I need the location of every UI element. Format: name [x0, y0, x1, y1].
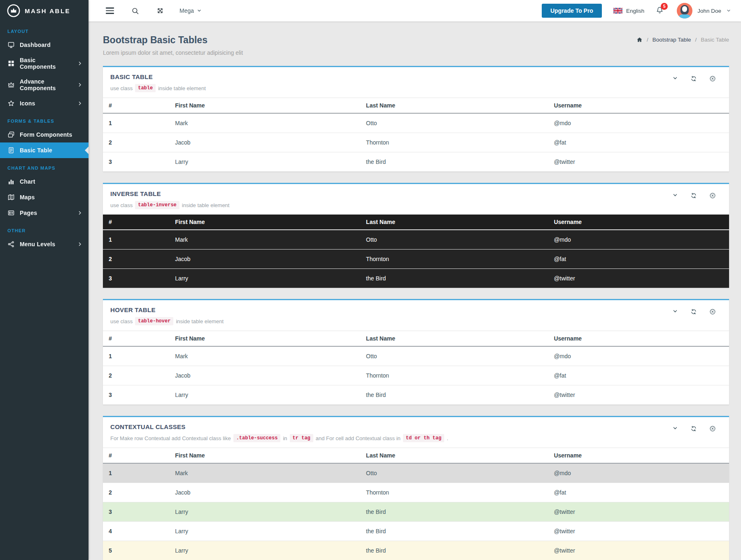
card-refresh-button[interactable] — [690, 308, 697, 315]
card-title: BASIC TABLE — [110, 73, 206, 80]
table-cell: 2 — [103, 250, 169, 269]
page-title: Bootstrap Basic Tables — [103, 35, 243, 46]
table-cell: @fat — [548, 133, 729, 152]
card-refresh-button[interactable] — [690, 192, 697, 199]
table-row[interactable]: 1MarkOtto@mdo — [103, 346, 729, 366]
menu-toggle-button[interactable] — [104, 6, 116, 16]
card-description: use classtable-hoverinside table element — [110, 317, 224, 325]
sidebar-item-advance-components[interactable]: Advance Components — [0, 74, 89, 96]
card-refresh-button[interactable] — [690, 75, 697, 82]
sidebar-section: OTHER Menu Levels — [0, 221, 89, 252]
sidebar-item-menu-levels[interactable]: Menu Levels — [0, 236, 89, 252]
notification-badge: 5 — [661, 3, 668, 10]
main-content: Bootstrap Basic Tables Lorem ipsum dolor… — [89, 0, 741, 560]
uk-flag-icon — [613, 8, 622, 14]
language-selector[interactable]: English — [613, 8, 644, 14]
table-cell: Thornton — [360, 366, 548, 385]
table-header-row: #First NameLast NameUsername — [103, 215, 729, 230]
code-snippet: table-inverse — [135, 201, 179, 209]
table-row: 4Larrythe Bird@twitter — [103, 522, 729, 541]
sidebar-item-label: Maps — [20, 194, 35, 201]
description-text: For Make row Contextual add Contextual c… — [110, 435, 231, 441]
breadcrumb-separator: / — [695, 37, 697, 43]
table-cell: the Bird — [360, 385, 548, 405]
table-cell: Larry — [169, 541, 360, 560]
table-cell: the Bird — [360, 522, 548, 541]
card-actions — [672, 306, 721, 325]
column-header-username: Username — [548, 215, 729, 230]
card-close-button[interactable] — [709, 192, 716, 199]
table-cell: Otto — [360, 113, 548, 133]
column-header-: # — [103, 448, 169, 464]
sidebar-item-pages[interactable]: Pages — [0, 205, 89, 221]
table-cell: Larry — [169, 385, 360, 405]
user-menu[interactable]: John Doe — [677, 3, 731, 19]
chevron-right-icon — [77, 100, 83, 106]
card-collapse-button[interactable] — [672, 425, 678, 431]
table-cell: Jacob — [169, 133, 360, 152]
sidebar-section-caption: OTHER — [0, 221, 89, 236]
sidebar-section-caption: FORMS & TABLES — [0, 111, 89, 127]
card-actions — [672, 73, 721, 92]
card-header: BASIC TABLE use classtableinside table e… — [103, 67, 729, 98]
code-snippet: tr tag — [290, 434, 313, 442]
column-header-: # — [103, 215, 169, 230]
card-close-button[interactable] — [709, 308, 716, 315]
card-close-button[interactable] — [709, 75, 716, 82]
avatar — [677, 3, 692, 19]
chevron-right-icon — [77, 210, 83, 216]
card-collapse-button[interactable] — [672, 75, 678, 81]
chevron-down-icon — [197, 8, 202, 13]
table-cell: @mdo — [548, 463, 729, 483]
table-row[interactable]: 3Larrythe Bird@twitter — [103, 385, 729, 405]
brand[interactable]: MASH ABLE — [0, 0, 89, 21]
card-collapse-button[interactable] — [672, 192, 678, 198]
code-snippet: .table-success — [233, 434, 281, 442]
table-row: 1MarkOtto@mdo — [103, 463, 729, 483]
column-header-first-name: First Name — [169, 448, 360, 464]
column-header-last-name: Last Name — [360, 98, 548, 114]
breadcrumb-item-bootstrap-table[interactable]: Bootstrap Table — [652, 37, 691, 43]
home-icon[interactable] — [636, 37, 643, 43]
sidebar-item-maps[interactable]: Maps — [0, 189, 89, 205]
table-cell: Jacob — [169, 366, 360, 385]
table-cell: 3 — [103, 269, 169, 288]
table-cell: 1 — [103, 113, 169, 133]
mega-dropdown[interactable]: Mega — [179, 7, 202, 14]
table-cell: 3 — [103, 385, 169, 405]
sidebar-item-dashboard[interactable]: Dashboard — [0, 37, 89, 53]
sidebar-item-icons[interactable]: Icons — [0, 96, 89, 111]
table-cell: Jacob — [169, 250, 360, 269]
sidebar-item-label: Form Components — [20, 131, 72, 138]
description-text: use class — [110, 85, 133, 91]
table-header-row: #First NameLast NameUsername — [103, 98, 729, 114]
card-title: INVERSE TABLE — [110, 190, 229, 197]
table-cell: Mark — [169, 463, 360, 483]
column-header-first-name: First Name — [169, 331, 360, 347]
table-cell: Larry — [169, 269, 360, 288]
sidebar-item-basic-table[interactable]: Basic Table — [0, 142, 89, 158]
sidebar-item-chart[interactable]: Chart — [0, 174, 89, 189]
card-close-button[interactable] — [709, 425, 716, 432]
sidebar-item-label: Menu Levels — [20, 241, 55, 247]
table-cell: 3 — [103, 502, 169, 522]
chevron-right-icon — [77, 241, 83, 247]
upgrade-to-pro-button[interactable]: Upgrade To Pro — [542, 4, 602, 18]
table-cell: @twitter — [548, 269, 729, 288]
table-cell: 2 — [103, 483, 169, 502]
table-row: 2JacobThornton@fat — [103, 483, 729, 502]
fullscreen-expand-icon[interactable] — [155, 5, 165, 16]
description-text: inside table element — [182, 202, 230, 208]
sidebar-section: CHART AND MAPS Chart Maps Pages — [0, 158, 89, 221]
sidebar-item-form-components[interactable]: Form Components — [0, 127, 89, 142]
card-collapse-button[interactable] — [672, 308, 678, 314]
notifications-button[interactable]: 5 — [656, 6, 664, 16]
breadcrumb-separator: / — [647, 37, 648, 43]
id-card-icon — [7, 209, 15, 217]
sidebar-item-basic-components[interactable]: Basic Components — [0, 53, 89, 74]
chevron-right-icon — [77, 61, 83, 66]
card-refresh-button[interactable] — [690, 425, 697, 432]
description-text: use class — [110, 318, 133, 324]
search-icon[interactable] — [130, 5, 141, 16]
table-row[interactable]: 2JacobThornton@fat — [103, 366, 729, 385]
